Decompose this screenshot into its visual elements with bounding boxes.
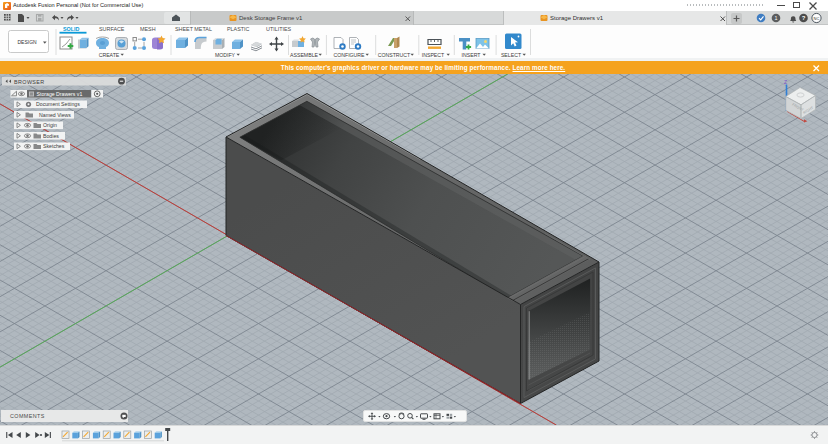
- svg-text:Sketches: Sketches: [43, 143, 65, 149]
- svg-text:SOLID: SOLID: [63, 26, 80, 32]
- svg-text:DESIGN: DESIGN: [18, 39, 38, 45]
- svg-text:CONFIGURE: CONFIGURE: [333, 52, 365, 58]
- svg-text:CONSTRUCT: CONSTRUCT: [378, 52, 411, 58]
- svg-text:CREATE: CREATE: [99, 52, 120, 58]
- svg-text:SURFACE: SURFACE: [99, 26, 125, 32]
- svg-text:NC: NC: [814, 16, 820, 21]
- svg-text:INSERT: INSERT: [462, 52, 482, 58]
- svg-text:INSPECT: INSPECT: [422, 52, 445, 58]
- svg-text:Named Views: Named Views: [39, 112, 71, 118]
- svg-text:1: 1: [775, 15, 778, 21]
- svg-text:SELECT: SELECT: [501, 52, 522, 58]
- svg-text:MESH: MESH: [140, 26, 156, 32]
- svg-text:Document Settings: Document Settings: [36, 101, 80, 107]
- svg-text:PLASTIC: PLASTIC: [227, 26, 250, 32]
- svg-text:ASSEMBLE: ASSEMBLE: [290, 52, 319, 58]
- svg-text:?: ?: [802, 15, 806, 21]
- svg-text:MODIFY: MODIFY: [215, 52, 236, 58]
- svg-text:Storage Drawers v1: Storage Drawers v1: [37, 91, 83, 97]
- svg-text:Z: Z: [784, 79, 787, 85]
- svg-text:SHEET METAL: SHEET METAL: [175, 26, 212, 32]
- svg-text:BROWSER: BROWSER: [14, 79, 45, 85]
- svg-text:UTILITIES: UTILITIES: [266, 26, 292, 32]
- svg-text:Origin: Origin: [43, 122, 57, 128]
- svg-text:Bodies: Bodies: [43, 133, 59, 139]
